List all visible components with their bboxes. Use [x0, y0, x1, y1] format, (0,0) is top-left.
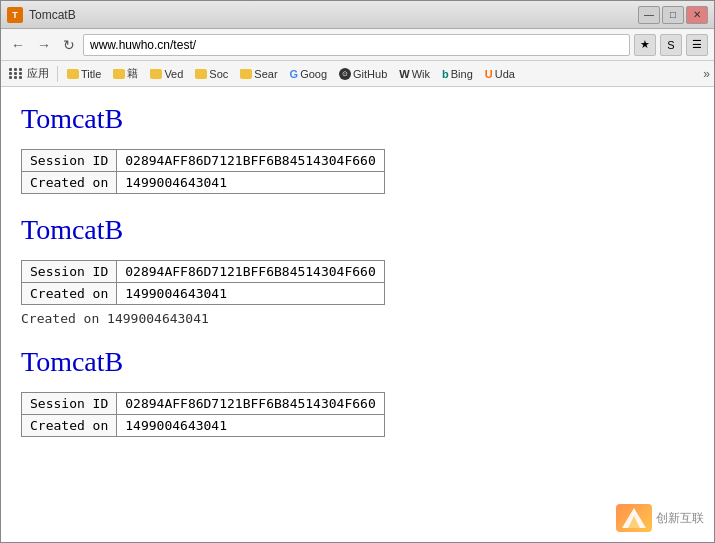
plain-created-text: Created on 1499004643041 [21, 311, 694, 326]
created-label-2: Created on [22, 283, 117, 305]
google-icon: G [290, 68, 299, 80]
section-3-title: TomcatB [21, 346, 694, 378]
bookmark-github-label: GitHub [353, 68, 387, 80]
bookmark-wiki-label: Wik [412, 68, 430, 80]
bookmark-sear[interactable]: Sear [235, 67, 282, 81]
session-table-1: Session ID 02894AFF86D7121BFF6B84514304F… [21, 149, 385, 194]
apps-grid-icon [9, 68, 23, 79]
bookmark-ved[interactable]: Ved [145, 67, 188, 81]
section-2: TomcatB Session ID 02894AFF86D7121BFF6B8… [21, 214, 694, 326]
session-id-label-1: Session ID [22, 150, 117, 172]
section-3: TomcatB Session ID 02894AFF86D7121BFF6B8… [21, 346, 694, 437]
folder-icon [67, 69, 79, 79]
session-id-label-3: Session ID [22, 393, 117, 415]
created-value-3: 1499004643041 [117, 415, 384, 437]
menu-icon[interactable]: ☰ [686, 34, 708, 56]
bookmark-star-icon[interactable]: ★ [634, 34, 656, 56]
section-2-title: TomcatB [21, 214, 694, 246]
table-row: Session ID 02894AFF86D7121BFF6B84514304F… [22, 150, 385, 172]
watermark: 创新互联 [616, 504, 704, 532]
bookmark-soc[interactable]: Soc [190, 67, 233, 81]
watermark-text: 创新互联 [656, 510, 704, 527]
bookmark-kanji[interactable]: 籍 [108, 65, 143, 82]
session-table-2: Session ID 02894AFF86D7121BFF6B84514304F… [21, 260, 385, 305]
bookmark-uda[interactable]: U Uda [480, 67, 520, 81]
watermark-logo-svg [622, 508, 646, 528]
folder-icon-3 [150, 69, 162, 79]
window-controls: — □ ✕ [638, 6, 708, 24]
minimize-button[interactable]: — [638, 6, 660, 24]
table-row: Created on 1499004643041 [22, 172, 385, 194]
address-bar-icons: ★ S ☰ [634, 34, 708, 56]
maximize-button[interactable]: □ [662, 6, 684, 24]
apps-label: 应用 [27, 66, 49, 81]
bookmark-title[interactable]: Title [62, 67, 106, 81]
browser-window: T TomcatB — □ ✕ ← → ↻ ★ S ☰ 应用 [0, 0, 715, 543]
bookmark-goog-label: Goog [300, 68, 327, 80]
bookmark-bing[interactable]: b Bing [437, 67, 478, 81]
bookmark-wiki[interactable]: W Wik [394, 67, 435, 81]
session-id-value-1: 02894AFF86D7121BFF6B84514304F660 [117, 150, 384, 172]
address-bar: ← → ↻ ★ S ☰ [1, 29, 714, 61]
bookmark-bing-label: Bing [451, 68, 473, 80]
session-table-3: Session ID 02894AFF86D7121BFF6B84514304F… [21, 392, 385, 437]
bing-icon: b [442, 68, 449, 80]
table-row: Session ID 02894AFF86D7121BFF6B84514304F… [22, 261, 385, 283]
page-content: TomcatB Session ID 02894AFF86D7121BFF6B8… [1, 87, 714, 542]
bookmark-soc-label: Soc [209, 68, 228, 80]
wiki-icon: W [399, 68, 409, 80]
bookmark-github[interactable]: ⊙ GitHub [334, 67, 392, 81]
app-icon-letter: T [12, 10, 18, 20]
bookmark-goog[interactable]: G Goog [285, 67, 332, 81]
bookmark-sear-label: Sear [254, 68, 277, 80]
created-value-1: 1499004643041 [117, 172, 384, 194]
app-icon: T [7, 7, 23, 23]
url-input[interactable] [83, 34, 630, 56]
folder-icon-4 [195, 69, 207, 79]
folder-icon-5 [240, 69, 252, 79]
back-button[interactable]: ← [7, 35, 29, 55]
session-id-value-3: 02894AFF86D7121BFF6B84514304F660 [117, 393, 384, 415]
uda-icon: U [485, 68, 493, 80]
extension-icon[interactable]: S [660, 34, 682, 56]
created-value-2: 1499004643041 [117, 283, 384, 305]
bookmarks-bar: 应用 Title 籍 Ved Soc Sear G Goog ⊙ Git [1, 61, 714, 87]
created-label-3: Created on [22, 415, 117, 437]
forward-button[interactable]: → [33, 35, 55, 55]
refresh-button[interactable]: ↻ [59, 35, 79, 55]
section-1-title: TomcatB [21, 103, 694, 135]
bm-separator-1 [57, 66, 58, 82]
watermark-logo [616, 504, 652, 532]
session-id-value-2: 02894AFF86D7121BFF6B84514304F660 [117, 261, 384, 283]
close-button[interactable]: ✕ [686, 6, 708, 24]
bookmark-uda-label: Uda [495, 68, 515, 80]
bookmark-ved-label: Ved [164, 68, 183, 80]
table-row: Session ID 02894AFF86D7121BFF6B84514304F… [22, 393, 385, 415]
more-bookmarks-button[interactable]: » [703, 67, 710, 81]
created-label-1: Created on [22, 172, 117, 194]
session-id-label-2: Session ID [22, 261, 117, 283]
table-row: Created on 1499004643041 [22, 283, 385, 305]
window-title: TomcatB [29, 8, 638, 22]
title-bar: T TomcatB — □ ✕ [1, 1, 714, 29]
bookmark-kanji-label: 籍 [127, 66, 138, 81]
section-1: TomcatB Session ID 02894AFF86D7121BFF6B8… [21, 103, 694, 194]
bookmark-title-label: Title [81, 68, 101, 80]
github-icon: ⊙ [339, 68, 351, 80]
folder-icon-2 [113, 69, 125, 79]
apps-button[interactable]: 应用 [5, 65, 53, 82]
table-row: Created on 1499004643041 [22, 415, 385, 437]
